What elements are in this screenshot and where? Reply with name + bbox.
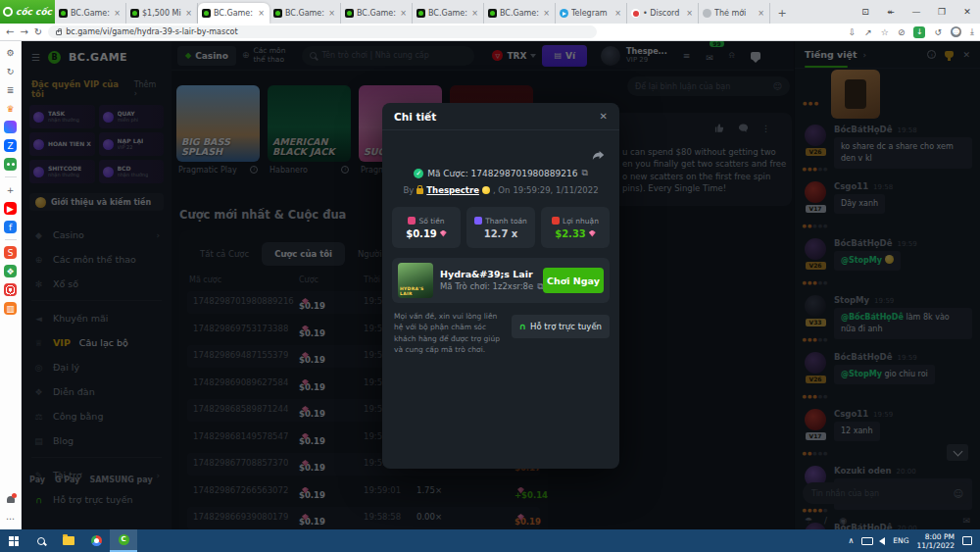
bcgame-site: ☰ B BC.GAME Đặc quyền VIP của tôi Thêm ›… (22, 41, 980, 529)
tab-title: BC.Game: Cry (285, 9, 324, 18)
sync-icon[interactable] (934, 27, 942, 37)
minimize-button[interactable] (904, 0, 929, 24)
chrome-icon[interactable] (82, 529, 110, 552)
browser-tab[interactable]: BC.Game: 🔊 (198, 3, 270, 24)
adblock-icon[interactable] (898, 27, 906, 37)
verified-check-icon (414, 169, 423, 178)
game-row: HYDRA'S LAIR Hydra&#39;s Lair Mã Trò chơ… (392, 258, 610, 303)
reload-button[interactable]: ↻ (34, 24, 42, 41)
new-tab-button[interactable]: + (774, 6, 790, 22)
cast-icon[interactable] (853, 0, 878, 24)
support-note: Mọi vấn đề, xin vui lòng liên hệ với bộ … (394, 311, 504, 355)
shopee-icon[interactable]: S (4, 246, 17, 259)
restore-tabs-icon[interactable] (878, 0, 904, 24)
volume-icon[interactable] (879, 537, 885, 545)
tab-close-icon[interactable] (470, 9, 479, 18)
browser-tab[interactable]: BC.Game: Cry (413, 3, 484, 24)
save-page-icon[interactable] (849, 27, 857, 37)
settings-icon[interactable]: ⚙ (4, 46, 17, 59)
youtube-icon[interactable]: ▶ (4, 202, 17, 215)
play-now-button[interactable]: Chơi Ngay (543, 268, 604, 293)
hidden-icons-chevron[interactable]: ∧ (849, 536, 855, 545)
tab-close-icon[interactable] (257, 9, 266, 18)
support-button-label: Hỗ trợ trực tuyến (530, 322, 602, 331)
stat-label: Lợi nhuận (563, 217, 599, 226)
rail-divider[interactable] (5, 176, 17, 177)
newsfeed-icon[interactable]: ≣ (4, 83, 17, 96)
rail-spacer[interactable] (4, 321, 17, 487)
browser-tab[interactable]: • Discord | #🔊 (627, 3, 699, 24)
maximize-button[interactable] (929, 0, 955, 24)
tab-close-icon[interactable] (757, 9, 765, 18)
bell-icon[interactable] (4, 493, 17, 506)
zalo-icon[interactable]: Z (4, 139, 17, 152)
game-thumbnail[interactable]: HYDRA'S LAIR (398, 263, 433, 298)
coccoc-brand[interactable]: cốc cốc (0, 0, 55, 24)
stat-icon (552, 217, 560, 225)
copy-icon[interactable] (581, 168, 587, 178)
browser-tab[interactable]: BC.Game: Cry (55, 3, 126, 24)
tab-close-icon[interactable] (685, 9, 694, 18)
game-title: Hydra&#39;s Lair (440, 270, 536, 279)
facebook-icon[interactable]: f (4, 221, 17, 233)
bettor-name[interactable]: Thespectre (426, 185, 479, 195)
add-icon[interactable]: + (4, 183, 17, 196)
vip-lock-icon (416, 188, 423, 194)
forward-button[interactable]: → (20, 24, 27, 41)
cart-icon[interactable]: ▥ (4, 302, 17, 315)
tab-close-icon[interactable] (184, 9, 193, 18)
toolbar-icons (849, 26, 974, 38)
back-button[interactable]: ← (6, 24, 14, 41)
rewards-icon[interactable]: ♛ (4, 102, 17, 115)
network-icon[interactable] (861, 537, 871, 545)
tab-favicon (273, 9, 282, 18)
share-icon[interactable] (864, 27, 872, 37)
url-field[interactable]: bc.game/vi/game/hydra-39-s-lair-by-masco… (48, 25, 597, 38)
tab-close-icon[interactable] (327, 9, 336, 18)
system-tray: ∧ ENG 8:00 PM 11/1/2022 (849, 532, 980, 550)
tab-close-icon[interactable] (113, 9, 122, 18)
browser-tab[interactable]: BC.Game: Cry (341, 3, 413, 24)
tab-favicon (202, 9, 211, 18)
tab-title: $1,500 Midwe (142, 9, 181, 18)
tab-favicon (631, 9, 640, 18)
tab-favicon (59, 9, 68, 18)
modal-close-icon[interactable] (600, 111, 608, 122)
tab-close-icon[interactable] (399, 9, 408, 18)
tab-favicon (416, 9, 425, 18)
target-icon[interactable] (4, 283, 17, 296)
browser-tab[interactable]: Telegram (556, 3, 627, 24)
tab-favicon (488, 9, 497, 18)
tab-close-icon[interactable] (613, 9, 622, 18)
action-center-icon[interactable] (962, 536, 972, 545)
tab-close-icon[interactable] (542, 9, 551, 18)
browser-tab[interactable]: BC.Game: Cry (484, 3, 556, 24)
bookmark-icon[interactable] (881, 27, 889, 37)
games-icon[interactable] (4, 158, 17, 171)
taskbar-clock[interactable]: 8:00 PM 11/1/2022 (917, 532, 955, 550)
messenger-icon[interactable] (4, 121, 17, 133)
language-indicator[interactable]: ENG (893, 536, 908, 545)
rail-divider[interactable] (5, 239, 17, 240)
stat-value: 12.7 x (484, 228, 518, 239)
gift-icon[interactable]: ❖ (4, 265, 17, 277)
browser-tab[interactable]: BC.Game: Cry (270, 3, 341, 24)
close-button[interactable] (955, 0, 980, 24)
file-explorer-icon[interactable] (55, 529, 82, 552)
history-icon[interactable]: ↻ (4, 65, 17, 77)
clock-time: 8:00 PM (925, 532, 955, 541)
headset-icon: ∩ (519, 322, 526, 331)
start-button[interactable] (0, 529, 27, 552)
more-icon[interactable]: ⋯ (4, 512, 17, 525)
by-label: By (403, 185, 414, 195)
live-support-button[interactable]: ∩ Hỗ trợ trực tuyến (512, 315, 610, 338)
profile-avatar[interactable] (951, 26, 961, 37)
game-code: Mã Trò chơi: 1z2xsr:8e (440, 282, 533, 291)
coccoc-taskbar-icon[interactable]: C (110, 529, 137, 552)
browser-tab[interactable]: Thẻ mới (699, 3, 770, 24)
browser-tab[interactable]: $1,500 Midwe (126, 3, 198, 24)
extension-download-icon[interactable] (913, 26, 925, 38)
share-bet-icon[interactable] (592, 148, 606, 162)
downloads-icon[interactable] (970, 26, 974, 37)
taskbar-search-icon[interactable] (27, 529, 55, 552)
